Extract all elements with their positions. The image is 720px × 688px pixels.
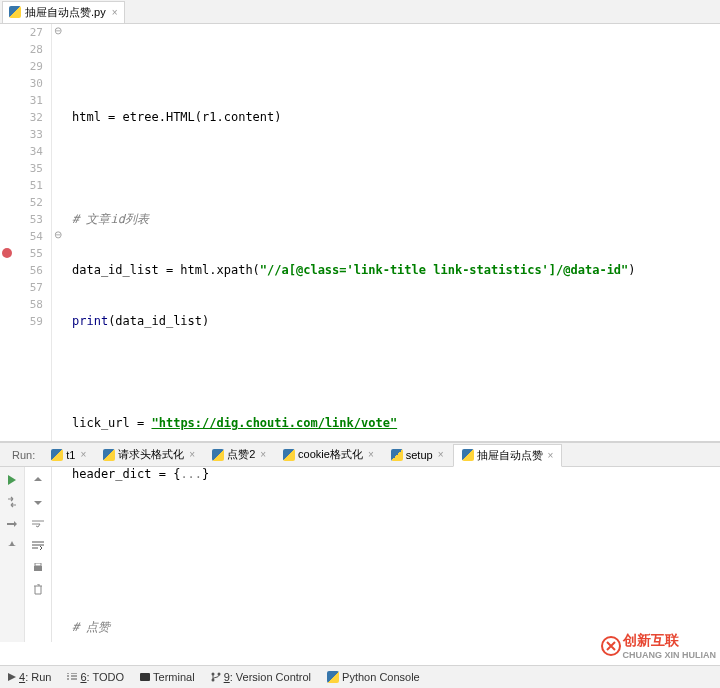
svg-rect-1 <box>34 566 42 571</box>
code-area[interactable]: html = etree.HTML(r1.content) # 文章id列表 d… <box>66 24 720 441</box>
python-icon <box>327 671 339 683</box>
stop-button[interactable] <box>3 515 21 533</box>
bottom-tool-bar: 4: Run 6: TODO Terminal 9: Version Contr… <box>0 665 720 688</box>
file-tab-label: 抽屉自动点赞.py <box>25 5 106 20</box>
python-file-icon <box>9 6 21 18</box>
scroll-up-button[interactable] <box>29 471 47 489</box>
file-tab-bar: 抽屉自动点赞.py × <box>0 0 720 24</box>
terminal-icon <box>140 673 150 681</box>
print-button[interactable] <box>29 559 47 577</box>
run-button[interactable] <box>3 471 21 489</box>
fold-gutter[interactable]: ⊖ ⊖ <box>52 24 66 441</box>
bottom-run-tab[interactable]: 4: Run <box>0 666 59 688</box>
bottom-tab-label: Python Console <box>342 671 420 683</box>
rerun-button[interactable] <box>3 493 21 511</box>
svg-rect-0 <box>7 523 14 525</box>
run-toolbar-right <box>25 467 52 642</box>
play-icon <box>8 673 16 681</box>
watermark-logo: 创新互联 CHUANG XIN HULIAN <box>601 632 717 660</box>
breakpoint-marker[interactable] <box>2 248 12 258</box>
fold-marker-icon[interactable]: ⊖ <box>54 25 62 36</box>
pin-button[interactable] <box>3 537 21 555</box>
scroll-down-button[interactable] <box>29 493 47 511</box>
logo-subtext: CHUANG XIN HULIAN <box>623 650 717 660</box>
soft-wrap-button[interactable] <box>29 515 47 533</box>
svg-rect-2 <box>35 563 41 566</box>
breakpoint-gutter[interactable] <box>0 24 14 441</box>
branch-icon <box>211 672 221 682</box>
line-number-gutter: 27282930 31323334 35515253 54555657 5859 <box>14 24 52 441</box>
bottom-todo-tab[interactable]: 6: TODO <box>59 666 132 688</box>
bottom-vc-tab[interactable]: 9: Version Control <box>203 666 319 688</box>
run-label: Run: <box>4 449 43 461</box>
close-icon[interactable]: × <box>110 7 118 18</box>
python-file-icon <box>51 449 63 461</box>
fold-marker-icon[interactable]: ⊖ <box>54 229 62 240</box>
list-icon <box>67 673 77 681</box>
editor: 27282930 31323334 35515253 54555657 5859… <box>0 24 720 442</box>
bottom-terminal-tab[interactable]: Terminal <box>132 666 203 688</box>
trash-button[interactable] <box>29 581 47 599</box>
scroll-to-end-button[interactable] <box>29 537 47 555</box>
file-tab[interactable]: 抽屉自动点赞.py × <box>2 1 125 23</box>
bottom-pyconsole-tab[interactable]: Python Console <box>319 666 428 688</box>
logo-text: 创新互联 <box>623 632 717 650</box>
bottom-tab-label: Terminal <box>153 671 195 683</box>
run-toolbar-left <box>0 467 25 642</box>
